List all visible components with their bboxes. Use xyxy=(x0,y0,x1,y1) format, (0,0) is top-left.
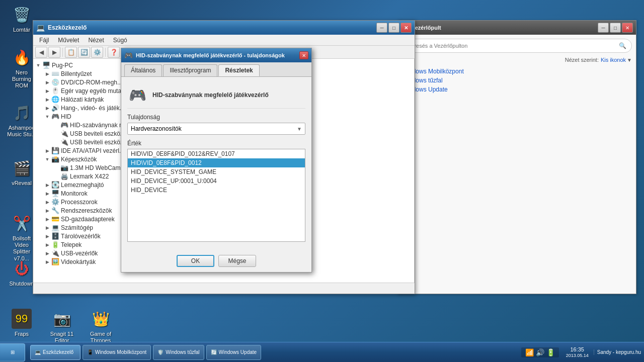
tab-altalanos[interactable]: Általános xyxy=(124,64,162,76)
menu-nezet[interactable]: Nézet xyxy=(84,36,108,45)
dm-close-btn[interactable]: ✕ xyxy=(400,23,412,33)
dm-minimize-btn[interactable]: ─ xyxy=(376,23,387,33)
taskbar-dm-icon: 💻 xyxy=(35,349,41,355)
cp-link-windowsupdate[interactable]: Windows Update xyxy=(402,85,632,94)
value-item-0[interactable]: HID\VID_0E8F&PID_0012&REV_0107 xyxy=(128,149,305,158)
tray-volume-icon: 🔊 xyxy=(536,348,544,356)
tray-network-icon: 📶 xyxy=(525,348,534,356)
system-tray: 📶 🔊 🔋 xyxy=(521,347,559,357)
value-list[interactable]: HID\VID_0E8F&PID_0012&REV_0107 HID\VID_0… xyxy=(127,149,305,242)
view-by-label: Nézet szerint: xyxy=(565,57,599,63)
control-panel-window: 🛡️ Vezérlőpult ─ □ ✕ 🔍 Nézet szerint: Ki… xyxy=(397,20,636,294)
toolbar-forward-btn[interactable]: ▶ xyxy=(48,47,60,58)
tab-reszletek[interactable]: Részletek xyxy=(218,64,259,76)
device-manager-title: Eszközkezelő xyxy=(48,24,376,31)
taskbar: ⊞ 💻 Eszközkezelő 📱 Windows Mobilközpont … xyxy=(0,342,644,362)
taskbar-user-info: Sandy - kepguru.hu xyxy=(594,349,644,355)
dialog-tabs: Általános Illesztőprogram Részletek xyxy=(121,62,311,77)
clock-date: 2013.05.14 xyxy=(566,353,589,359)
cp-link-mobilecenter[interactable]: Windows Mobilközpont xyxy=(402,67,632,76)
start-orb: ⊞ xyxy=(11,349,15,355)
search-icon: 🔍 xyxy=(619,42,626,49)
toolbar-refresh-btn[interactable]: 🔄 xyxy=(78,47,90,58)
taskbar-item-devicemanager[interactable]: 💻 Eszközkezelő xyxy=(30,345,80,360)
toolbar-props-btn[interactable]: ⚙️ xyxy=(91,47,103,58)
taskbar-item-firewall[interactable]: 🛡️ Windows tűzfal xyxy=(153,345,204,360)
taskbar-wu-icon: 🔄 xyxy=(211,349,217,355)
toolbar-separator-1 xyxy=(62,48,63,57)
menu-muvelet[interactable]: Művelet xyxy=(54,36,83,45)
cp-maximize-btn[interactable]: □ xyxy=(610,23,621,33)
nero-icon: 🔥 xyxy=(12,47,32,67)
recyclebin-icon: 🗑️ xyxy=(12,5,32,25)
vreveal-icon: 🎬 xyxy=(12,158,32,178)
toolbar-separator-2 xyxy=(105,48,106,57)
tab-illesztoprogram[interactable]: Illesztőprogram xyxy=(163,64,217,76)
shutdown-icon: ⏻ xyxy=(12,258,32,279)
value-item-3[interactable]: HID_DEVICE_UP:0001_U:0004 xyxy=(128,176,305,186)
cp-link-firewall[interactable]: Windows tűzfal xyxy=(402,76,632,85)
cp-links-area: Windows Mobilközpont Windows tűzfal Wind… xyxy=(402,67,632,94)
dialog-title-icon: 🎮 xyxy=(124,51,133,59)
clock-time: 16:35 xyxy=(566,346,589,353)
property-label: Tulajdonság xyxy=(127,114,305,121)
taskbar-wu-label: Windows Update xyxy=(219,349,257,355)
properties-dialog: 🎮 HID-szabványnak megfelelő játékvezérlő… xyxy=(121,48,312,273)
desktop-icon-game-of-thrones[interactable]: 👑 Game of Thrones xyxy=(83,307,118,346)
device-manager-titlebar: 💻 Eszközkezelő ─ □ ✕ xyxy=(33,21,415,35)
taskbar-mc-label: Windows Mobilközpont xyxy=(95,349,146,355)
dialog-titlebar: 🎮 HID-szabványnak megfelelő játékvezérlő… xyxy=(121,48,311,62)
desktop-icon-snagit[interactable]: 📷 Snagit 11 Editor xyxy=(44,307,79,346)
dialog-close-btn[interactable]: ✕ xyxy=(299,51,308,59)
taskbar-mc-icon: 📱 xyxy=(87,349,93,355)
taskbar-dm-label: Eszközkezelő xyxy=(43,349,73,355)
chevron-down-icon: ▼ xyxy=(627,57,632,63)
taskbar-running-items: 💻 Eszközkezelő 📱 Windows Mobilközpont 🛡️… xyxy=(28,345,521,360)
menu-sugo[interactable]: Súgó xyxy=(109,36,131,45)
taskbar-item-mobilecenter[interactable]: 📱 Windows Mobilközpont xyxy=(83,345,151,360)
dialog-cancel-btn[interactable]: Mégse xyxy=(218,255,256,267)
desktop-icon-fraps[interactable]: 99 Fraps xyxy=(4,307,39,339)
game-of-thrones-icon: 👑 xyxy=(91,309,111,329)
dialog-device-name: HID-szabványnak megfelelő játékvezérlő xyxy=(152,92,269,99)
property-dropdown[interactable]: Hardverazonosítók ▼ xyxy=(127,123,305,135)
fraps-icon: 99 xyxy=(12,309,32,329)
tree-root-label: Pug-PC xyxy=(52,62,73,69)
dm-maximize-btn[interactable]: □ xyxy=(388,23,399,33)
tree-toggle-root: ▼ xyxy=(35,62,41,68)
taskbar-clock[interactable]: 16:35 2013.05.14 xyxy=(561,346,594,359)
toolbar-details-btn[interactable]: 📋 xyxy=(65,47,77,58)
dialog-device-icon: 🎮 xyxy=(127,85,147,105)
dialog-body: 🎮 HID-szabványnak megfelelő játékvezérlő… xyxy=(121,77,311,252)
cp-close-btn[interactable]: ✕ xyxy=(622,23,633,33)
control-panel-searchbar[interactable]: 🔍 xyxy=(402,39,632,53)
taskbar-item-windowsupdate[interactable]: 🔄 Windows Update xyxy=(206,345,262,360)
control-panel-title: Vezérlőpult xyxy=(412,25,598,31)
snagit-icon: 📷 xyxy=(52,309,72,329)
value-item-4[interactable]: HID_DEVICE xyxy=(128,186,305,195)
property-selected-value: Hardverazonosítók xyxy=(131,125,182,132)
taskbar-fw-label: Windows tűzfal xyxy=(166,349,199,355)
dialog-title: HID-szabványnak megfelelő játékvezérlő -… xyxy=(136,52,299,58)
toolbar-help-btn[interactable]: ❓ xyxy=(108,47,120,58)
start-button[interactable]: ⊞ xyxy=(0,343,25,361)
toolbar-back-btn[interactable]: ◀ xyxy=(35,47,47,58)
control-panel-content: 🔍 Nézet szerint: Kis ikonok ▼ Windows Mo… xyxy=(398,35,636,98)
taskbar-fw-icon: 🛡️ xyxy=(157,349,164,355)
dialog-buttons: OK Mégse xyxy=(121,252,311,272)
view-selector-row: Nézet szerint: Kis ikonok ▼ xyxy=(402,57,632,63)
dropdown-arrow-icon: ▼ xyxy=(297,126,302,132)
device-manager-menubar: Fájl Művelet Nézet Súgó xyxy=(33,35,415,46)
tray-battery-icon: 🔋 xyxy=(546,348,555,356)
dialog-ok-btn[interactable]: OK xyxy=(177,255,214,267)
control-panel-search-input[interactable] xyxy=(408,43,619,49)
value-label: Érték xyxy=(127,140,305,147)
control-panel-titlebar: 🛡️ Vezérlőpult ─ □ ✕ xyxy=(398,21,636,35)
value-item-2[interactable]: HID_DEVICE_SYSTEM_GAME xyxy=(128,167,305,176)
desktop: 🗑️ Lomtár 🔥 Nero Burning ROM 🎵 Ashampoo … xyxy=(0,0,644,362)
ashampoo-icon: 🎵 xyxy=(12,103,32,123)
value-item-1[interactable]: HID\VID_0E8F&PID_0012 xyxy=(128,158,305,167)
boilsoft-icon: ✂️ xyxy=(12,213,32,233)
menu-fajl[interactable]: Fájl xyxy=(35,36,53,45)
cp-minimize-btn[interactable]: ─ xyxy=(598,23,609,33)
